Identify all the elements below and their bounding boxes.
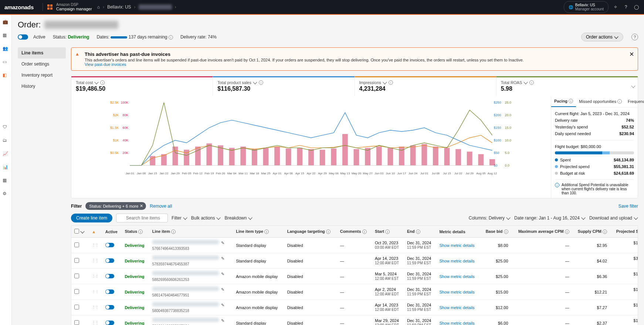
expand-icon[interactable] xyxy=(631,84,635,89)
tab-pacing[interactable]: Pacingi xyxy=(551,96,576,107)
select-all-checkbox[interactable] xyxy=(74,229,79,234)
breadcrumb-entity[interactable]: Bellavix: US xyxy=(107,4,131,10)
close-icon[interactable]: ✕ xyxy=(140,204,143,208)
show-metric-details-link[interactable]: Show metric details xyxy=(439,305,474,310)
nav-inventory-report[interactable]: Inventory report xyxy=(18,70,66,81)
gear-icon[interactable]: ⚙ xyxy=(3,191,9,198)
row-active-toggle[interactable] xyxy=(105,289,114,294)
order-actions-button[interactable]: Order actions xyxy=(581,33,623,41)
info-icon[interactable]: i xyxy=(169,35,173,40)
row-active-toggle[interactable] xyxy=(105,305,114,309)
show-metric-details-link[interactable]: Show metric details xyxy=(439,321,474,325)
create-line-item-button[interactable]: Create line item xyxy=(71,214,112,222)
drag-handle-icon[interactable]: ⋮⋮ xyxy=(92,289,98,294)
pencil-icon[interactable]: ✎ xyxy=(221,318,224,323)
row-checkbox[interactable] xyxy=(74,274,79,278)
shield-icon[interactable]: 🛡 xyxy=(3,124,9,131)
users-icon[interactable]: 👥 xyxy=(3,46,9,53)
account-switcher[interactable]: 🌐 Bellavix: US Manager account xyxy=(564,1,609,13)
bulk-actions-dropdown[interactable]: Bulk actions xyxy=(191,215,221,221)
apps-icon[interactable] xyxy=(47,4,53,10)
home-icon[interactable]: ⌂ xyxy=(97,4,100,10)
show-metric-details-link[interactable]: Show metric details xyxy=(439,259,474,263)
info-icon[interactable]: i xyxy=(385,229,390,234)
info-icon[interactable]: i xyxy=(389,80,393,85)
pencil-icon[interactable]: ✎ xyxy=(221,241,224,245)
tab-missed[interactable]: Missed opportunitiesi xyxy=(576,96,625,107)
tile-total-sales[interactable]: Total product salesi $116,587.30 xyxy=(213,76,354,96)
row-checkbox[interactable] xyxy=(74,305,79,309)
daterange-dropdown[interactable]: Date range: Jan 1 - Aug 16, 2024 xyxy=(514,215,586,221)
info-icon[interactable]: i xyxy=(617,99,622,104)
info-icon[interactable]: i xyxy=(100,80,105,85)
breadcrumb-advertiser[interactable] xyxy=(139,4,172,10)
profile-icon[interactable]: ◯ xyxy=(633,4,640,10)
columns-dropdown[interactable]: Columns: Delivery xyxy=(469,215,511,221)
row-checkbox[interactable] xyxy=(74,320,79,325)
row-active-toggle[interactable] xyxy=(105,243,114,247)
info-icon[interactable]: i xyxy=(362,229,367,234)
dsp-icon[interactable]: ◧ xyxy=(3,73,9,79)
drag-handle-icon[interactable]: ⋮⋮ xyxy=(92,274,98,278)
row-active-toggle[interactable] xyxy=(105,274,114,278)
row-line-item[interactable]: ✎586147640464677951 xyxy=(149,284,233,300)
info-icon[interactable]: i xyxy=(603,229,607,234)
download-dropdown[interactable]: Download and upload xyxy=(589,215,638,221)
row-checkbox[interactable] xyxy=(74,289,79,294)
alert-link[interactable]: View past-due invoices xyxy=(85,62,627,67)
search-input[interactable] xyxy=(116,214,168,222)
info-icon[interactable]: i xyxy=(529,80,534,85)
chevron-down-icon[interactable] xyxy=(80,229,84,233)
nav-history[interactable]: History xyxy=(18,81,66,92)
row-active-toggle[interactable] xyxy=(105,258,114,263)
grid-icon[interactable]: ▦ xyxy=(3,33,9,39)
pencil-icon[interactable]: ✎ xyxy=(221,303,224,307)
help-icon[interactable]: ? xyxy=(623,4,629,10)
info-icon[interactable]: i xyxy=(171,229,176,234)
card-icon[interactable]: ▭ xyxy=(3,59,9,66)
info-icon[interactable]: i xyxy=(264,229,269,234)
row-active-toggle[interactable] xyxy=(105,321,114,325)
trend-icon[interactable]: 📈 xyxy=(3,151,9,158)
row-line-item[interactable]: ✎588269560606261253 xyxy=(149,269,233,284)
remove-all-link[interactable]: Remove all xyxy=(150,204,172,209)
row-checkbox[interactable] xyxy=(74,242,79,247)
breakdown-dropdown[interactable]: Breakdown xyxy=(224,215,252,221)
nav-order-settings[interactable]: Order settings xyxy=(18,58,66,70)
tile-roas[interactable]: Total ROASi 5.98 xyxy=(496,76,638,96)
active-toggle[interactable] xyxy=(18,34,28,40)
save-filter-link[interactable]: Save filter xyxy=(618,204,638,209)
row-line-item[interactable]: ✎576674964413393583 xyxy=(149,238,233,253)
collection-icon[interactable]: 🗂 xyxy=(3,138,9,144)
filter-dropdown[interactable]: Filter xyxy=(172,215,187,221)
pencil-icon[interactable]: ✎ xyxy=(221,287,224,292)
pencil-icon[interactable]: ✎ xyxy=(221,272,224,276)
close-icon[interactable]: ✕ xyxy=(629,51,634,58)
row-line-item[interactable]: ✎578359744676455387 xyxy=(149,253,233,269)
nav-line-items[interactable]: Line items xyxy=(18,47,66,58)
drag-handle-icon[interactable]: ⋮⋮ xyxy=(92,305,98,309)
drag-handle-icon[interactable]: ⋮⋮ xyxy=(92,243,98,247)
drag-handle-icon[interactable]: ⋮⋮ xyxy=(92,258,98,263)
show-metric-details-link[interactable]: Show metric details xyxy=(439,290,474,294)
briefcase-icon[interactable]: 💼 xyxy=(3,19,9,26)
info-icon[interactable]: i xyxy=(565,229,569,234)
help-icon[interactable]: ? xyxy=(631,34,638,40)
row-line-item[interactable]: ✎580049387738835218 xyxy=(149,300,233,315)
info-icon[interactable]: i xyxy=(138,229,143,234)
tab-frequency[interactable]: Frequency cap xyxy=(625,96,644,107)
show-metric-details-link[interactable]: Show metric details xyxy=(439,274,474,279)
info-icon[interactable]: i xyxy=(569,99,573,103)
apps2-icon[interactable]: ▦ xyxy=(3,178,9,184)
filter-pill[interactable]: Status: Delivering + 6 more ✕ xyxy=(85,202,146,210)
info-icon[interactable]: i xyxy=(259,80,263,85)
tile-impressions[interactable]: Impressionsi 4,231,284 xyxy=(355,76,496,96)
show-metric-details-link[interactable]: Show metric details xyxy=(439,243,474,248)
pencil-icon[interactable]: ✎ xyxy=(221,256,224,261)
info-icon[interactable]: i xyxy=(326,229,331,234)
tile-total-cost[interactable]: Total costi $19,486.50 xyxy=(71,76,213,96)
drag-handle-icon[interactable]: ⋮⋮ xyxy=(92,321,98,325)
row-line-item[interactable]: ✎591381409325237804 xyxy=(149,315,233,325)
info-icon[interactable]: i xyxy=(416,229,420,234)
bars-icon[interactable]: 📊 xyxy=(3,164,9,171)
